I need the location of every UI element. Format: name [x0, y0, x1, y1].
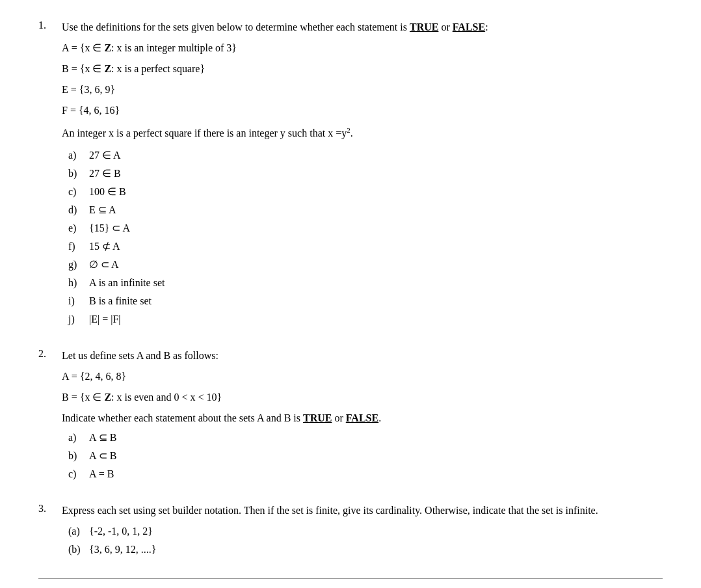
sub-label-1e: e): [68, 220, 89, 236]
problem-3-number: 3.: [38, 503, 62, 514]
sub-item-3b: (b) {3, 6, 9, 12, ....}: [68, 542, 663, 557]
problem-1-def-a: A = {x ∈ Z: x is an integer multiple of …: [62, 40, 663, 56]
sub-label-1g: g): [68, 257, 89, 273]
sub-item-2c: c) A = B: [68, 466, 663, 482]
sub-text-1b: 27 ∈ B: [89, 166, 121, 181]
problem-2-note: Indicate whether each statement about th…: [62, 410, 663, 426]
sub-text-1g: ∅ ⊂ A: [89, 257, 119, 273]
problem-1: 1. Use the definitions for the sets give…: [38, 20, 663, 330]
sub-text-1h: A is an infinite set: [89, 275, 165, 291]
sub-item-1h: h) A is an infinite set: [68, 275, 663, 291]
sub-text-3b: {3, 6, 9, 12, ....}: [89, 542, 156, 557]
problem-2: 2. Let us define sets A and B as follows…: [38, 348, 663, 485]
sub-item-1a: a) 27 ∈ A: [68, 148, 663, 163]
problem-3-sub-items: (a) {-2, -1, 0, 1, 2} (b) {3, 6, 9, 12, …: [68, 524, 663, 557]
problem-3-body: Express each set using set builder notat…: [62, 503, 663, 560]
problem-1-def-f: F = {4, 6, 16}: [62, 103, 663, 118]
problem-3: 3. Express each set using set builder no…: [38, 503, 663, 560]
sub-label-2b: b): [68, 448, 89, 464]
sub-label-2a: a): [68, 430, 89, 446]
sub-text-1a: 27 ∈ A: [89, 148, 121, 163]
bottom-divider: [38, 578, 663, 579]
problem-2-def-a: A = {2, 4, 6, 8}: [62, 369, 663, 384]
sub-text-1e: {15} ⊂ A: [89, 220, 130, 236]
problem-1-def-e: E = {3, 6, 9}: [62, 82, 663, 98]
sub-label-3a: (a): [68, 524, 89, 539]
sub-label-3b: (b): [68, 542, 89, 557]
sub-item-1c: c) 100 ∈ B: [68, 184, 663, 200]
sub-item-1i: i) B is a finite set: [68, 293, 663, 309]
sub-item-1j: j) |E| = |F|: [68, 312, 663, 327]
sub-text-2c: A = B: [89, 466, 114, 482]
problem-3-intro: Express each set using set builder notat…: [62, 503, 663, 518]
sub-label-1b: b): [68, 166, 89, 181]
problem-2-sub-items: a) A ⊆ B b) A ⊂ B c) A = B: [68, 430, 663, 482]
sub-item-3a: (a) {-2, -1, 0, 1, 2}: [68, 524, 663, 539]
problem-2-def-b: B = {x ∈ Z: x is even and 0 < x < 10}: [62, 390, 663, 405]
problem-1-note: An integer x is a perfect square if ther…: [62, 125, 663, 141]
problem-1-body: Use the definitions for the sets given b…: [62, 20, 663, 330]
sub-text-1f: 15 ⊄ A: [89, 239, 120, 254]
sub-label-2c: c): [68, 466, 89, 482]
sub-label-1c: c): [68, 184, 89, 200]
sub-label-1f: f): [68, 239, 89, 254]
sub-item-1f: f) 15 ⊄ A: [68, 239, 663, 254]
sub-label-1j: j): [68, 312, 89, 327]
sub-text-1c: 100 ∈ B: [89, 184, 126, 200]
sub-item-2a: a) A ⊆ B: [68, 430, 663, 446]
sub-text-1i: B is a finite set: [89, 293, 152, 309]
problem-1-sub-items: a) 27 ∈ A b) 27 ∈ B c) 100 ∈ B d) E ⊆ A …: [68, 148, 663, 327]
sub-item-1d: d) E ⊆ A: [68, 202, 663, 218]
sub-item-2b: b) A ⊂ B: [68, 448, 663, 464]
sub-label-1h: h): [68, 275, 89, 291]
sub-item-1e: e) {15} ⊂ A: [68, 220, 663, 236]
sub-text-2a: A ⊆ B: [89, 430, 116, 446]
problem-2-intro: Let us define sets A and B as follows:: [62, 348, 663, 364]
sub-label-1d: d): [68, 202, 89, 218]
problem-2-body: Let us define sets A and B as follows: A…: [62, 348, 663, 485]
problem-1-def-b: B = {x ∈ Z: x is a perfect square}: [62, 61, 663, 77]
sub-text-3a: {-2, -1, 0, 1, 2}: [89, 524, 153, 539]
sub-label-1i: i): [68, 293, 89, 309]
problem-1-number: 1.: [38, 20, 62, 31]
sub-item-1b: b) 27 ∈ B: [68, 166, 663, 181]
sub-item-1g: g) ∅ ⊂ A: [68, 257, 663, 273]
sub-label-1a: a): [68, 148, 89, 163]
main-content: 1. Use the definitions for the sets give…: [38, 20, 663, 579]
problem-1-intro: Use the definitions for the sets given b…: [62, 20, 663, 35]
problem-2-number: 2.: [38, 348, 62, 360]
sub-text-1d: E ⊆ A: [89, 202, 116, 218]
sub-text-1j: |E| = |F|: [89, 312, 121, 327]
sub-text-2b: A ⊂ B: [89, 448, 116, 464]
